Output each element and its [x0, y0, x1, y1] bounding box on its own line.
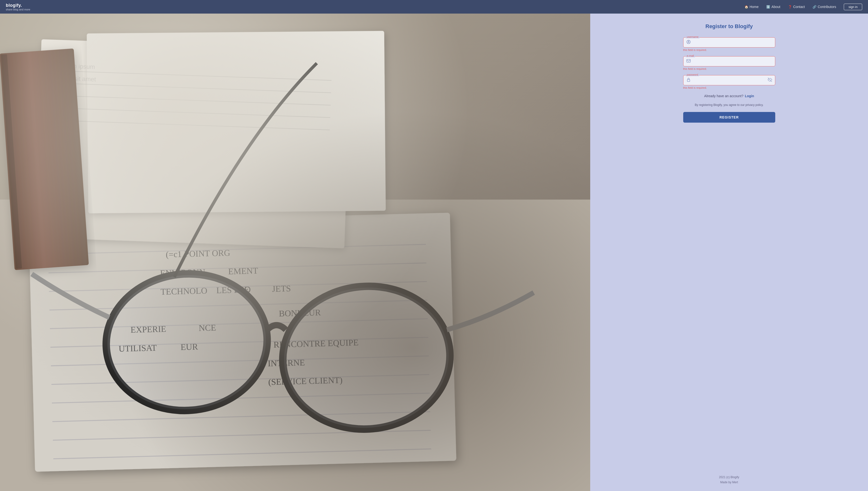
register-button[interactable]: REGISTER: [683, 112, 775, 123]
username-field-group: username this field is required.: [683, 37, 775, 51]
password-toggle-button[interactable]: [768, 78, 772, 83]
svg-text:Lorem ipsum: Lorem ipsum: [59, 62, 95, 70]
svg-point-44: [277, 280, 456, 436]
username-error: this field is required.: [683, 49, 775, 51]
svg-line-7: [50, 300, 427, 310]
svg-text:GIE: GIE: [235, 285, 249, 295]
svg-line-11: [51, 374, 429, 384]
nav-item-contributors[interactable]: 🔗 Contributors: [812, 5, 836, 9]
nav-item-about[interactable]: ℹ️ About: [766, 5, 780, 9]
nav-links: 🏠 Home ℹ️ About ❓ Contact 🔗 Contributors: [744, 5, 836, 9]
svg-text:JETS: JETS: [272, 284, 291, 294]
email-input[interactable]: [693, 56, 772, 66]
svg-line-8: [50, 319, 428, 328]
password-field-group: password: [683, 75, 775, 89]
footer: 2021 (c) Blogify Made by Mert: [683, 465, 775, 485]
svg-text:NCE: NCE: [198, 323, 216, 333]
svg-text:(SERVICE CLIENT): (SERVICE CLIENT): [268, 375, 342, 387]
nav-link-home[interactable]: 🏠 Home: [744, 5, 758, 9]
svg-text:EXPERIE: EXPERIE: [130, 324, 166, 335]
svg-line-14: [53, 430, 431, 440]
svg-line-9: [51, 337, 428, 347]
login-section: Already have an account? Login: [683, 94, 775, 98]
svg-line-34: [53, 70, 332, 80]
svg-line-10: [51, 356, 429, 366]
username-input[interactable]: [693, 37, 772, 47]
nav-link-contact[interactable]: ❓ Contact: [788, 5, 805, 9]
svg-rect-41: [0, 49, 89, 270]
nav-label-contact: Contact: [793, 5, 805, 9]
svg-text:POINT ORG: POINT ORG: [184, 248, 230, 259]
home-icon: 🏠: [744, 5, 748, 9]
signin-button[interactable]: sign in: [844, 4, 862, 10]
svg-text:INTERNE: INTERNE: [268, 358, 305, 368]
brand-subtitle: share blog and more: [6, 8, 30, 11]
svg-rect-49: [687, 59, 690, 62]
footer-copyright: 2021 (c) Blogify: [683, 475, 775, 480]
svg-rect-2: [0, 200, 590, 491]
svg-text:dolor sit amet: dolor sit amet: [59, 75, 96, 83]
nav-label-home: Home: [750, 5, 758, 9]
already-account-text: Already have an account?: [704, 94, 744, 98]
navbar: blogify. share blog and more 🏠 Home ℹ️ A…: [0, 0, 868, 13]
svg-rect-3: [29, 213, 456, 472]
svg-text:ENVIRONN: ENVIRONN: [160, 267, 206, 278]
password-label: password: [686, 73, 699, 76]
svg-line-35: [52, 83, 331, 93]
svg-line-6: [49, 282, 427, 292]
svg-rect-42: [1, 54, 22, 269]
svg-text:RENCONTRE EQUIPE: RENCONTRE EQUIPE: [273, 338, 359, 349]
username-label: username: [686, 35, 700, 38]
svg-point-43: [100, 267, 273, 417]
username-field-wrapper: username: [683, 37, 775, 48]
svg-line-4: [48, 244, 426, 254]
nav-item-home[interactable]: 🏠 Home: [744, 5, 758, 9]
svg-line-5: [49, 263, 426, 273]
contact-icon: ❓: [788, 5, 792, 9]
background-panel: (=c1 ENVIRONN EMENT TECHNOLO GIE EXPERIE…: [0, 13, 590, 491]
nav-label-about: About: [771, 5, 780, 9]
svg-point-46: [278, 281, 455, 435]
password-input[interactable]: [693, 76, 768, 85]
register-form: username this field is required.: [683, 37, 775, 485]
password-field-wrapper: password: [683, 75, 775, 85]
nav-item-contact[interactable]: ❓ Contact: [788, 5, 805, 9]
svg-text:(=c1: (=c1: [166, 249, 182, 259]
svg-point-48: [688, 41, 689, 42]
svg-line-37: [52, 108, 330, 118]
svg-text:EUR: EUR: [180, 342, 198, 352]
lock-icon: [686, 78, 691, 83]
svg-rect-32: [35, 39, 351, 249]
user-icon: [686, 40, 691, 45]
svg-text:EMENT: EMENT: [228, 266, 258, 276]
svg-line-13: [52, 412, 430, 422]
email-icon: [686, 59, 691, 64]
contributors-icon: 🔗: [812, 5, 816, 9]
email-error: this field is required.: [683, 67, 775, 70]
email-label: e-mail: [686, 54, 695, 57]
svg-text:TECHNOLO: TECHNOLO: [160, 286, 207, 297]
svg-point-45: [102, 268, 272, 416]
svg-line-15: [53, 449, 431, 459]
login-link[interactable]: Login: [745, 94, 754, 98]
eye-off-icon: [768, 78, 772, 82]
svg-rect-33: [87, 31, 385, 213]
svg-rect-50: [687, 80, 690, 81]
brand: blogify. share blog and more: [6, 3, 30, 11]
nav-link-contributors[interactable]: 🔗 Contributors: [812, 5, 836, 9]
email-field-wrapper: e-mail: [683, 56, 775, 66]
footer-made-by: Made by Mert: [683, 480, 775, 485]
register-title: Register to Blogify: [706, 23, 753, 30]
nav-link-about[interactable]: ℹ️ About: [766, 5, 780, 9]
svg-rect-0: [0, 138, 590, 491]
password-error: this field is required.: [683, 86, 775, 89]
privacy-text: By registering Blogify, you agree to our…: [683, 103, 775, 107]
svg-line-12: [52, 393, 430, 403]
svg-text:LES PRO: LES PRO: [216, 285, 251, 295]
svg-text:UTILISAT: UTILISAT: [118, 343, 157, 354]
nav-label-contributors: Contributors: [817, 5, 836, 9]
register-panel: Register to Blogify username: [590, 13, 868, 491]
svg-line-38: [51, 120, 330, 130]
desk-illustration: (=c1 ENVIRONN EMENT TECHNOLO GIE EXPERIE…: [0, 13, 590, 491]
main-content: (=c1 ENVIRONN EMENT TECHNOLO GIE EXPERIE…: [0, 13, 868, 491]
